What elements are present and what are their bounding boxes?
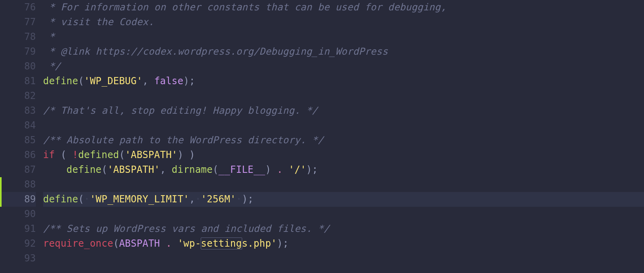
code-token: * @link https://codex.wordpress.org/Debu… [43, 46, 388, 57]
code-token: 'WP_DEBUG' [84, 75, 143, 87]
code-line[interactable]: * For information on other constants tha… [43, 0, 644, 15]
code-token: ABSPATH [119, 238, 160, 249]
code-line[interactable]: /* That's all, stop editing! Happy blogg… [43, 103, 644, 118]
code-token: ); [306, 164, 318, 175]
code-token: ( [119, 149, 125, 160]
code-token: * [43, 31, 55, 42]
code-token: , [142, 75, 154, 87]
code-token: ( [102, 164, 108, 175]
code-token: . [277, 164, 283, 175]
code-line[interactable] [43, 207, 644, 222]
code-line[interactable]: require_once(ABSPATH . 'wp-settings.php'… [43, 236, 644, 251]
code-token: '256M' [201, 194, 236, 205]
line-number[interactable]: 83 [0, 103, 36, 118]
code-line[interactable]: define('WP_DEBUG', false); [43, 74, 644, 89]
code-token: /** Absolute path to the WordPress direc… [43, 135, 324, 146]
code-token: ( [78, 75, 84, 87]
code-token: s.php' [242, 238, 277, 249]
code-token: dirname [172, 164, 213, 175]
line-number[interactable]: 87 [0, 162, 36, 177]
code-line[interactable] [43, 89, 644, 103]
line-number[interactable]: 76 [0, 0, 36, 15]
code-line[interactable]: */ [43, 59, 644, 74]
code-token: /** Sets up WordPress vars and included … [43, 223, 330, 234]
code-token: 'ABSPATH' [107, 164, 160, 175]
code-token: ); [242, 194, 253, 205]
code-token: 'ABSPATH' [125, 149, 178, 160]
line-number[interactable]: 80 [0, 59, 36, 74]
code-token: , [189, 194, 195, 205]
code-line[interactable] [43, 177, 644, 192]
code-token: defined [78, 149, 119, 160]
line-number[interactable]: 91 [0, 222, 36, 236]
code-token: __FILE__ [219, 164, 265, 175]
code-line[interactable]: define(·'WP_MEMORY_LIMIT',·'256M'·); [43, 192, 644, 207]
code-token: if [43, 149, 55, 160]
code-line[interactable] [43, 251, 644, 266]
code-token: ) [265, 164, 277, 175]
code-editor[interactable]: 767778798081828384858687888990919293 * F… [0, 0, 644, 266]
code-line[interactable]: define('ABSPATH', dirname(__FILE__) . '/… [43, 162, 644, 177]
code-token: false [154, 75, 183, 87]
code-token: '/' [288, 164, 306, 175]
code-token: define [67, 164, 102, 175]
code-token: · [84, 194, 90, 205]
line-number[interactable]: 92 [0, 236, 36, 251]
line-number[interactable]: 85 [0, 133, 36, 148]
code-token: define [43, 194, 78, 205]
code-token: ( [213, 164, 219, 175]
code-line[interactable]: /** Sets up WordPress vars and included … [43, 222, 644, 236]
code-token: · [236, 194, 242, 205]
code-token: · [195, 194, 201, 205]
code-token [160, 238, 166, 249]
code-token: */ [43, 61, 61, 72]
code-token [172, 238, 178, 249]
code-token: ( [55, 149, 72, 160]
line-number[interactable]: 81 [0, 74, 36, 89]
line-number[interactable]: 84 [0, 118, 36, 133]
code-area[interactable]: * For information on other constants tha… [40, 0, 644, 266]
code-token [43, 164, 67, 175]
code-token: ); [277, 238, 288, 249]
code-token: * For information on other constants tha… [43, 2, 446, 13]
line-number[interactable]: 82 [0, 89, 36, 103]
code-token: require_once [43, 238, 113, 249]
code-token: * visit the Codex. [43, 16, 154, 28]
line-number[interactable]: 88 [0, 177, 36, 192]
line-number[interactable]: 77 [0, 15, 36, 30]
code-line[interactable]: * [43, 30, 644, 44]
code-token: /* That's all, stop editing! Happy blogg… [43, 105, 318, 116]
code-token: define [43, 75, 78, 87]
code-line[interactable]: * @link https://codex.wordpress.org/Debu… [43, 44, 644, 59]
code-token: 'WP_MEMORY_LIMIT' [90, 194, 189, 205]
code-line[interactable]: * visit the Codex. [43, 15, 644, 30]
line-number[interactable]: 90 [0, 207, 36, 222]
line-number[interactable]: 89 [0, 192, 36, 207]
code-token: . [166, 238, 172, 249]
line-number[interactable]: 79 [0, 44, 36, 59]
code-line[interactable] [43, 118, 644, 133]
line-number[interactable]: 93 [0, 251, 36, 266]
code-token: 'wp- [178, 238, 201, 249]
code-token: ) ) [178, 149, 195, 160]
code-token: , [160, 164, 172, 175]
code-token: ); [184, 75, 195, 87]
line-number-gutter[interactable]: 767778798081828384858687888990919293 [0, 0, 40, 266]
git-change-bar [0, 177, 2, 207]
line-number[interactable]: 78 [0, 30, 36, 44]
code-token: setting [201, 237, 243, 249]
code-token: ( [113, 238, 119, 249]
line-number[interactable]: 86 [0, 148, 36, 162]
code-token [283, 164, 289, 175]
code-line[interactable]: /** Absolute path to the WordPress direc… [43, 133, 644, 148]
code-token: ( [78, 194, 84, 205]
code-token: ! [72, 149, 78, 160]
code-line[interactable]: if ( !defined('ABSPATH') ) [43, 148, 644, 162]
